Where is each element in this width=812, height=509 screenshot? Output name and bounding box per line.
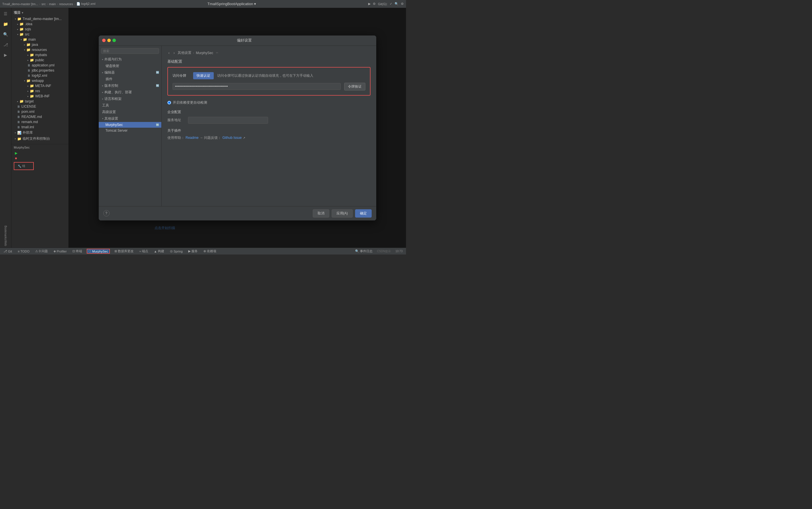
sidebar-item-idea[interactable]: ▸ 📁 .idea	[11, 22, 68, 27]
run-icon[interactable]: ▶	[368, 2, 371, 6]
status-services[interactable]: ▶ 服务	[187, 249, 199, 253]
nav-item-murphysec[interactable]: MurphySec 🔤	[99, 122, 161, 128]
git-label: Git	[8, 250, 12, 253]
breadcrumb-resources[interactable]: resources	[59, 2, 73, 6]
status-csdn[interactable]: CSDN提示	[376, 249, 392, 253]
nav-item-tomcat[interactable]: Tomcat Server	[99, 128, 161, 133]
search-icon[interactable]: 🔍	[395, 2, 399, 6]
modal-search-input[interactable]	[101, 48, 159, 54]
sidebar-item-java[interactable]: ▸ 📁 java	[11, 42, 68, 47]
github-link[interactable]: Github Issue	[222, 136, 242, 140]
minimize-button[interactable]	[107, 39, 111, 42]
sidebar-item-external[interactable]: ▸ 📊 外部库	[11, 130, 68, 136]
sidebar-item-application[interactable]: 🗎 application.yml	[11, 63, 68, 68]
bookmarks-icon[interactable]: Bookmarks	[1, 228, 10, 237]
tool-label: 结	[22, 164, 25, 168]
git-check-icon[interactable]: ✓	[390, 2, 392, 6]
sidebar-item-target[interactable]: ▸ 📁 target	[11, 99, 68, 104]
back-button[interactable]: ‹	[168, 50, 171, 56]
apply-button[interactable]: 应用(A)	[332, 209, 353, 217]
project-icon[interactable]: 📁	[1, 20, 10, 29]
help-prefix: 使用帮助：	[168, 135, 185, 140]
sidebar-item-jdbc[interactable]: 🗎 jdbc.properties	[11, 68, 68, 73]
build-label: 构建	[158, 249, 164, 253]
nav-item-advanced[interactable]: 高级设置	[99, 109, 161, 115]
deps-label: 依赖项	[207, 249, 216, 253]
sidebar-item-pom[interactable]: 🗎 pom.xml	[11, 109, 68, 114]
enterprise-section: 企业配置 服务地址	[168, 110, 371, 124]
sidebar-item-iml[interactable]: 🗎 tmall.iml	[11, 125, 68, 130]
sidebar-item-license[interactable]: 🗎 LICENSE	[11, 104, 68, 109]
status-todo[interactable]: ≡ TODO	[16, 250, 31, 253]
sidebar-item-root[interactable]: ▾ 📁 Tmall_demo-master [tm...	[11, 16, 68, 22]
expand-icon: ▾	[15, 18, 16, 20]
forward-button[interactable]: ›	[173, 50, 176, 56]
find-icon[interactable]: 🔍	[1, 30, 10, 39]
sidebar-item-resources[interactable]: ▾ 📁 resources	[11, 47, 68, 53]
sidebar-item-readme[interactable]: 🗎 README.md	[11, 114, 68, 120]
nav-item-keymap[interactable]: 键盘映射	[99, 63, 161, 69]
run-icon2[interactable]: ▶	[1, 50, 10, 60]
status-terminal[interactable]: ⊡ 终端	[71, 249, 83, 253]
help-button[interactable]: ?	[103, 210, 110, 216]
breadcrumb-main[interactable]: main	[49, 2, 56, 6]
maximize-button[interactable]	[112, 39, 116, 42]
status-murphysec[interactable]: ⬡ MurphySec	[87, 249, 110, 253]
status-git[interactable]: ⎇ Git	[2, 249, 13, 253]
token-input-field[interactable]	[173, 83, 341, 90]
sidebar-item-log4j2[interactable]: 🗎 log4j2.xml	[11, 73, 68, 78]
nav-item-vcs[interactable]: ▸ 版本控制 🔤	[99, 82, 161, 89]
status-problems[interactable]: ⚠ 0 问题	[34, 249, 49, 253]
status-deps[interactable]: ⊕ 依赖项	[202, 249, 217, 253]
nav-item-appearance[interactable]: ▸ 外观与行为	[99, 56, 161, 63]
collapse-icon: ▸	[28, 90, 29, 93]
sidebar-item-webapp[interactable]: ▾ 📁 webapp	[11, 78, 68, 83]
auto-detect-radio[interactable]	[168, 101, 171, 104]
nav-item-editor[interactable]: ▸ 编辑器 🔤	[99, 69, 161, 76]
nav-item-other-settings[interactable]: ▾ 其他设置	[99, 115, 161, 122]
quick-auth-button[interactable]: 快速认证	[193, 72, 214, 79]
sidebar-item-public[interactable]: ▸ 📁 public	[11, 58, 68, 63]
status-spring[interactable]: ◎ Spring	[169, 249, 184, 253]
ok-button[interactable]: 确定	[355, 209, 372, 217]
nav-item-build[interactable]: ▸ 构建、执行、部署	[99, 89, 161, 96]
server-address-input[interactable]	[188, 117, 268, 124]
vcs-icon[interactable]: ⎇	[1, 40, 10, 49]
close-button[interactable]	[102, 39, 106, 42]
murphysec-run-item[interactable]: ▶	[11, 150, 68, 156]
collapse-icon: ▸	[15, 137, 16, 140]
verify-button[interactable]: 令牌验证	[344, 83, 365, 91]
breadcrumb-src[interactable]: src	[41, 2, 46, 6]
nav-item-tools[interactable]: 工具	[99, 102, 161, 109]
sidebar-item-sqls[interactable]: ▸ 📁 sqls	[11, 27, 68, 32]
main-layout: ☰ 📁 🔍 ⎇ ▶ Bookmarks Web 项目 ▾ ▾ 📁 Tmall_d…	[0, 8, 406, 248]
cancel-button[interactable]: 取消	[313, 209, 329, 217]
settings-icon[interactable]: ⚙	[373, 2, 376, 6]
status-search[interactable]: 🔍 事件日志	[354, 249, 374, 253]
sidebar-item-src[interactable]: ▾ 📁 src	[11, 32, 68, 37]
breadcrumb-file[interactable]: 📄 log4j2.xml	[76, 2, 96, 6]
auto-detect-label[interactable]: 开启依赖变更自动检测	[173, 100, 207, 105]
status-profiler[interactable]: ◈ Profiler	[52, 249, 68, 253]
gear-icon[interactable]: ⚙	[401, 2, 404, 6]
murphysec-stop-item[interactable]: ■	[11, 156, 68, 161]
endpoints-label: 端点	[142, 249, 148, 253]
sidebar-item-metainf[interactable]: ▸ 📁 META-INF	[11, 83, 68, 89]
breadcrumb-project[interactable]: Tmall_demo-master [tm...	[2, 2, 38, 6]
web-icon[interactable]: Web	[1, 238, 10, 248]
sidebar-item-remark[interactable]: 🗎 remark.md	[11, 120, 68, 125]
nav-item-plugins[interactable]: 插件	[99, 76, 161, 82]
sidebar-item-webinf[interactable]: ▸ 📁 WEB-INF	[11, 94, 68, 99]
status-build[interactable]: ▲ 构建	[153, 249, 165, 253]
sidebar-item-main[interactable]: ▾ 📁 main	[11, 37, 68, 42]
sidebar-item-temp[interactable]: ▸ 📁 临时文件和控制台	[11, 136, 68, 142]
sidebar-item-mybatis[interactable]: ▸ 📁 mybatis	[11, 53, 68, 58]
sidebar-item-res[interactable]: ▸ 📁 res	[11, 89, 68, 94]
murphysec-tool-item[interactable]: 🔧 结	[14, 162, 34, 170]
collapse-icon: ▸	[17, 23, 18, 26]
hamburger-icon[interactable]: ☰	[1, 9, 10, 18]
nav-item-lang[interactable]: ▸ 语言和框架	[99, 96, 161, 102]
status-db[interactable]: ⊞ 数据库更改	[113, 249, 135, 253]
readme-link[interactable]: Readme	[186, 136, 198, 140]
status-endpoints[interactable]: ≈ 端点	[138, 249, 149, 253]
